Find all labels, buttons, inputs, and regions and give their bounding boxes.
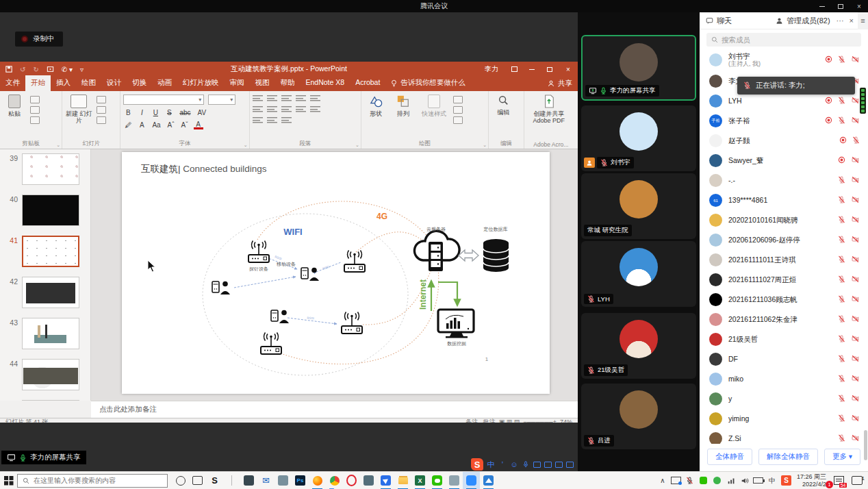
mic-muted-icon[interactable] xyxy=(852,136,860,145)
360-icon[interactable] xyxy=(711,472,724,489)
member-row[interactable]: 202161211062朱金津 xyxy=(700,310,868,329)
ppt-tab-切换[interactable]: 切换 xyxy=(127,75,152,91)
taskbar-clock[interactable]: 17:26 周三 2022/4/2 1 xyxy=(794,473,829,488)
camera-off-icon[interactable] xyxy=(851,335,860,344)
cortana-icon[interactable] xyxy=(172,472,189,489)
wechattray-icon[interactable] xyxy=(698,472,710,489)
battery-icon[interactable] xyxy=(752,472,765,489)
text-shadow-icon[interactable]: A xyxy=(137,121,146,129)
member-search-input[interactable] xyxy=(722,36,845,44)
member-row[interactable]: Sawyer_蘩 xyxy=(700,151,868,171)
ps-icon[interactable]: Ps xyxy=(292,472,309,489)
mic-muted-icon[interactable] xyxy=(838,335,845,344)
bullets-icon[interactable] xyxy=(253,95,263,102)
mic-muted-icon[interactable] xyxy=(838,97,845,105)
tab-chat[interactable]: 聊天 xyxy=(700,12,738,29)
font-style-button-av[interactable]: AV xyxy=(196,108,208,117)
member-row[interactable]: 21级吴哲 xyxy=(700,329,868,349)
chevron-up-icon[interactable]: ∧ xyxy=(656,472,669,489)
member-row[interactable]: yiming xyxy=(700,409,868,429)
font-style-button-i[interactable]: I xyxy=(137,108,146,117)
restore-icon[interactable] xyxy=(834,1,847,11)
member-row[interactable]: DF xyxy=(700,349,868,369)
mic-muted-icon[interactable] xyxy=(838,375,845,384)
appslate-icon[interactable] xyxy=(275,472,292,489)
member-row[interactable]: 202161211036顾志帆 xyxy=(700,290,868,310)
mail-icon[interactable]: ✉ xyxy=(257,472,275,489)
slide-thumbnail-42[interactable]: 42 xyxy=(3,277,90,308)
member-row[interactable]: 202061206096-赵停停 xyxy=(700,230,868,250)
camera-off-icon[interactable] xyxy=(851,236,860,244)
zoom-level[interactable]: 74% xyxy=(560,418,572,423)
justify-icon[interactable] xyxy=(296,105,306,113)
mic-muted-icon[interactable] xyxy=(838,355,845,364)
slide-thumbnail-41[interactable]: 41 xyxy=(3,236,90,267)
camera-off-icon[interactable] xyxy=(851,116,860,125)
panel-menu-icon[interactable]: ≡ xyxy=(858,12,868,29)
mic-muted-icon[interactable] xyxy=(838,295,845,304)
ribbon-options-icon[interactable] xyxy=(505,62,523,77)
member-search[interactable] xyxy=(706,33,861,47)
clear-format-icon[interactable]: 🖉 xyxy=(123,121,133,129)
member-row[interactable]: 赵子颢 xyxy=(700,131,868,151)
ppt-tab-设计[interactable]: 设计 xyxy=(101,75,127,91)
edit-button[interactable]: 编辑 xyxy=(492,95,515,140)
smartart-icon[interactable] xyxy=(281,116,292,124)
ime-punct-icon[interactable]: ʼ xyxy=(498,460,507,468)
ppt-tab-Acrobat[interactable]: Acrobat xyxy=(350,75,385,91)
camera-off-icon[interactable] xyxy=(851,434,860,443)
tell-me-box[interactable]: 告诉我你想要做什么 xyxy=(385,78,471,91)
mic-muted-icon[interactable] xyxy=(838,116,845,125)
align-text-icon[interactable] xyxy=(267,116,277,124)
video-tile[interactable]: 吕进 xyxy=(581,384,696,449)
ime-mic-icon[interactable] xyxy=(522,461,530,468)
member-row[interactable]: 202021010161闻晓骋 xyxy=(700,210,868,230)
more-button[interactable]: 更多 ▾ xyxy=(824,449,860,465)
member-row[interactable]: 61139****4861 xyxy=(700,190,868,210)
align-center-icon[interactable] xyxy=(267,105,277,113)
panel-close-icon[interactable]: × xyxy=(850,16,854,25)
ime-skin-icon[interactable] xyxy=(555,462,563,468)
shapes-button[interactable]: 形状 xyxy=(364,95,387,140)
camera-off-icon[interactable] xyxy=(851,375,860,384)
start-button[interactable] xyxy=(0,472,17,489)
contacts-icon[interactable] xyxy=(360,472,377,489)
camera-off-icon[interactable] xyxy=(851,255,860,264)
camera-off-icon[interactable] xyxy=(851,216,860,225)
mic-muted-icon[interactable] xyxy=(838,176,845,185)
appdark-icon[interactable] xyxy=(240,472,257,489)
taskbar-search[interactable]: 在这里输入你要搜索的内容 xyxy=(17,474,168,488)
folder-icon[interactable] xyxy=(394,472,411,489)
slide-thumbnail-45[interactable]: 45 xyxy=(3,400,90,401)
font-style-button-s[interactable]: S xyxy=(164,108,174,117)
ppt-tab-开始[interactable]: 开始 xyxy=(25,75,51,91)
camera-off-icon[interactable] xyxy=(851,414,860,423)
meeting-icon[interactable] xyxy=(463,472,480,489)
ppt-tab-插入[interactable]: 插入 xyxy=(51,75,76,91)
shape-outline-icon[interactable] xyxy=(453,106,463,114)
mic-muted-icon[interactable] xyxy=(838,255,845,264)
member-row[interactable]: -.- xyxy=(700,171,868,190)
video-tile[interactable]: 李力的屏幕共享 xyxy=(581,35,696,101)
ime-keyboard-icon[interactable] xyxy=(533,462,541,468)
create-share-pdf-button[interactable]: 创建并共享 Adobe PDF xyxy=(527,95,571,140)
ppt-maximize-icon[interactable] xyxy=(541,62,559,77)
camera-off-icon[interactable] xyxy=(851,275,860,284)
change-case-icon[interactable]: Aa xyxy=(151,121,162,129)
font-color-icon[interactable]: A xyxy=(194,121,203,129)
ime-panel-icon[interactable] xyxy=(566,462,574,468)
member-row[interactable]: Z.Si xyxy=(700,429,868,445)
slide-thumbnail-44[interactable]: 44 xyxy=(3,359,90,390)
slide-editor[interactable]: 互联建筑| Connected buildings xyxy=(91,149,578,401)
notes-toggle[interactable]: 备注 xyxy=(465,418,478,423)
ppt-tab-绘图[interactable]: 绘图 xyxy=(76,75,101,91)
mic-muted-icon[interactable] xyxy=(838,216,845,225)
mic-muted-icon[interactable] xyxy=(838,275,845,284)
camera-off-icon[interactable] xyxy=(851,176,860,185)
network-icon[interactable] xyxy=(725,472,737,489)
panel-more-icon[interactable]: ··· xyxy=(837,16,844,25)
video-tile[interactable]: 21级吴哲 xyxy=(581,313,696,379)
mic-muted-icon[interactable] xyxy=(838,414,845,423)
reset-icon[interactable] xyxy=(97,106,106,114)
indent-decrease-icon[interactable] xyxy=(281,95,292,102)
